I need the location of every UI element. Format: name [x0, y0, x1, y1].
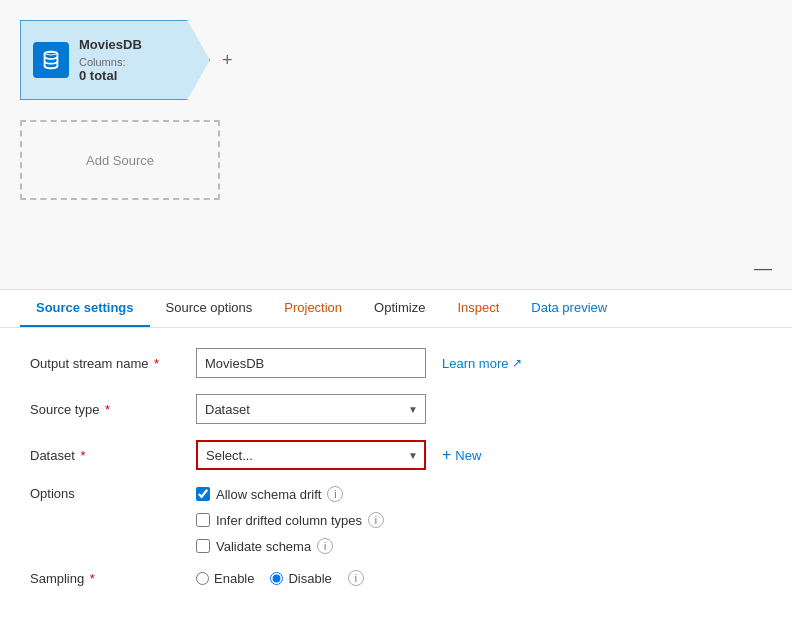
node-title: MoviesDB — [79, 37, 142, 52]
node-info: MoviesDB Columns: 0 total — [79, 37, 142, 83]
output-stream-row: Output stream name * Learn more ↗ — [30, 348, 762, 378]
sampling-control: Enable Disable i — [196, 570, 762, 586]
sampling-enable-label[interactable]: Enable — [196, 571, 254, 586]
validate-schema-info-icon[interactable]: i — [317, 538, 333, 554]
new-dataset-button[interactable]: + New — [442, 446, 481, 464]
output-stream-input[interactable] — [196, 348, 426, 378]
external-link-icon: ↗ — [512, 356, 522, 370]
allow-schema-drift-checkbox[interactable] — [196, 487, 210, 501]
source-type-select[interactable]: Dataset Inline — [196, 394, 426, 424]
options-row: Options Allow schema drift i Infer drift… — [30, 486, 762, 554]
add-source-box[interactable]: Add Source — [20, 120, 220, 200]
tabs-list: Source settings Source options Projectio… — [20, 290, 772, 327]
node-columns-label: Columns: — [79, 56, 142, 68]
minimize-button[interactable]: — — [754, 259, 772, 277]
output-stream-label: Output stream name * — [30, 356, 180, 371]
add-connection-icon[interactable]: + — [222, 50, 233, 71]
dataset-select[interactable]: Select... — [196, 440, 426, 470]
infer-drifted-row: Infer drifted column types i — [196, 512, 384, 528]
node-container: MoviesDB Columns: 0 total + — [20, 20, 772, 100]
tab-optimize[interactable]: Optimize — [358, 290, 441, 327]
node-columns-count: 0 total — [79, 68, 142, 83]
dataset-control: Select... ▼ + New — [196, 440, 762, 470]
output-stream-control: Learn more ↗ — [196, 348, 762, 378]
options-col: Allow schema drift i Infer drifted colum… — [196, 486, 384, 554]
allow-schema-drift-info-icon[interactable]: i — [327, 486, 343, 502]
source-type-select-wrapper: Dataset Inline ▼ — [196, 394, 426, 424]
tab-inspect[interactable]: Inspect — [441, 290, 515, 327]
add-source-label: Add Source — [86, 153, 154, 168]
movies-db-node[interactable]: MoviesDB Columns: 0 total — [20, 20, 210, 100]
dataset-label: Dataset * — [30, 448, 180, 463]
validate-schema-checkbox[interactable] — [196, 539, 210, 553]
source-type-label: Source type * — [30, 402, 180, 417]
sampling-disable-radio[interactable] — [270, 572, 283, 585]
validate-schema-row: Validate schema i — [196, 538, 384, 554]
learn-more-link[interactable]: Learn more ↗ — [442, 356, 522, 371]
sampling-enable-radio[interactable] — [196, 572, 209, 585]
source-type-row: Source type * Dataset Inline ▼ — [30, 394, 762, 424]
infer-drifted-checkbox[interactable] — [196, 513, 210, 527]
sampling-label: Sampling * — [30, 571, 180, 586]
infer-drifted-info-icon[interactable]: i — [368, 512, 384, 528]
tabs-container: Source settings Source options Projectio… — [0, 290, 792, 328]
source-type-control: Dataset Inline ▼ — [196, 394, 762, 424]
dataset-select-wrapper: Select... ▼ — [196, 440, 426, 470]
node-icon — [33, 42, 69, 78]
tab-data-preview[interactable]: Data preview — [515, 290, 623, 327]
allow-schema-drift-row: Allow schema drift i — [196, 486, 384, 502]
options-label: Options — [30, 486, 180, 501]
canvas-area: MoviesDB Columns: 0 total + Add Source — — [0, 0, 792, 290]
form-area: Output stream name * Learn more ↗ Source… — [0, 328, 792, 620]
sampling-info-icon[interactable]: i — [348, 570, 364, 586]
dataset-row: Dataset * Select... ▼ + New — [30, 440, 762, 470]
sampling-disable-label[interactable]: Disable — [270, 571, 331, 586]
db-icon — [40, 49, 62, 71]
sampling-row: Sampling * Enable Disable i — [30, 570, 762, 586]
tab-source-options[interactable]: Source options — [150, 290, 269, 327]
plus-icon: + — [442, 446, 451, 464]
tab-projection[interactable]: Projection — [268, 290, 358, 327]
sampling-radio-group: Enable Disable i — [196, 570, 364, 586]
tab-source-settings[interactable]: Source settings — [20, 290, 150, 327]
